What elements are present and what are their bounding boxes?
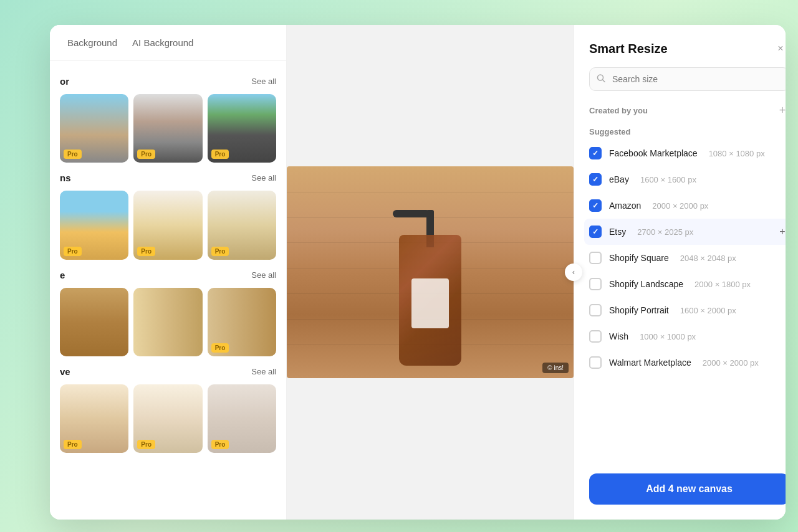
thumb-room3[interactable]: Pro xyxy=(208,384,276,453)
item-size-shopify-square: 2048 × 2048 px xyxy=(680,254,736,263)
item-name-walmart: Walmart Marketplace xyxy=(609,358,691,368)
svg-line-1 xyxy=(603,80,605,82)
section-patterns-header: ns See all xyxy=(60,173,276,183)
checkbox-etsy[interactable] xyxy=(589,226,602,238)
resize-item-ebay[interactable]: eBay 1600 × 1600 px xyxy=(589,166,786,192)
section-patterns-see-all[interactable]: See all xyxy=(251,173,276,183)
section-rooms-title: ve xyxy=(60,366,70,377)
resize-item-shopify-landscape[interactable]: Shopify Landscape 2000 × 1800 px xyxy=(589,271,786,297)
resize-item-wish[interactable]: Wish 1000 × 1000 px xyxy=(589,323,786,349)
bottle-body xyxy=(399,235,461,366)
bottle-pump-head xyxy=(393,210,430,217)
item-size-shopify-landscape: 2000 × 1800 px xyxy=(695,280,751,289)
pro-badge: Pro xyxy=(137,150,155,159)
item-name-shopify-landscape: Shopify Landscape xyxy=(609,279,683,289)
checkbox-shopify-landscape[interactable] xyxy=(589,278,602,290)
item-size-etsy: 2700 × 2025 px xyxy=(637,227,693,237)
resize-list: Facebook Marketplace 1080 × 1080 px eBay… xyxy=(574,140,786,463)
section-patterns-title: ns xyxy=(60,173,71,183)
close-button[interactable]: × xyxy=(772,40,786,57)
sidebar-tabs: Background AI Background xyxy=(50,25,286,61)
checkbox-shopify-portrait[interactable] xyxy=(589,304,602,316)
canvas-image: © ins! xyxy=(287,166,574,378)
thumb-paris[interactable]: Pro xyxy=(133,94,202,163)
item-name-facebook: Facebook Marketplace xyxy=(609,148,698,158)
resize-item-shopify-square[interactable]: Shopify Square 2048 × 2048 px xyxy=(589,245,786,271)
add-created-by-you-button[interactable]: + xyxy=(776,103,786,117)
pro-badge: Pro xyxy=(137,247,155,256)
search-icon xyxy=(597,74,605,85)
watermark: © ins! xyxy=(542,363,569,373)
item-size-ebay: 1600 × 1600 px xyxy=(640,175,696,184)
item-name-shopify-square: Shopify Square xyxy=(609,253,669,263)
item-size-walmart: 2000 × 2000 px xyxy=(703,358,759,368)
item-size-shopify-portrait: 1600 × 2000 px xyxy=(680,306,736,315)
item-size-amazon: 2000 × 2000 px xyxy=(652,201,708,211)
pro-badge: Pro xyxy=(64,150,82,159)
sidebar-content: or See all Pro Pro Pro ns See all xyxy=(50,61,286,520)
resize-item-facebook[interactable]: Facebook Marketplace 1080 × 1080 px xyxy=(589,140,786,166)
thumb-arch3[interactable]: Pro xyxy=(208,191,276,259)
app-window: Background AI Background or See all Pro … xyxy=(50,25,786,520)
pro-badge: Pro xyxy=(64,440,82,449)
section-textures-see-all[interactable]: See all xyxy=(251,270,276,280)
item-name-wish: Wish xyxy=(609,331,628,341)
pro-badge: Pro xyxy=(211,343,229,353)
collapse-button[interactable]: ‹ xyxy=(565,264,582,281)
pro-badge: Pro xyxy=(211,247,229,256)
thumb-wood2[interactable] xyxy=(133,288,202,356)
section-color-title: or xyxy=(60,76,69,87)
item-size-wish: 1000 × 1000 px xyxy=(640,332,696,341)
search-input[interactable] xyxy=(589,67,786,91)
resize-item-etsy[interactable]: Etsy 2700 × 2025 px + xyxy=(584,219,786,245)
checkbox-amazon[interactable] xyxy=(589,199,602,212)
image-grid-patterns: Pro Pro Pro xyxy=(60,191,276,259)
section-color-header: or See all xyxy=(60,76,276,87)
section-rooms-see-all[interactable]: See all xyxy=(251,367,276,376)
thumb-wood1[interactable] xyxy=(60,288,128,356)
image-grid-rooms: Pro Pro Pro xyxy=(60,384,276,453)
pro-badge: Pro xyxy=(211,150,229,159)
thumb-arch2[interactable]: Pro xyxy=(133,191,202,259)
add-canvas-button[interactable]: Add 4 new canvas xyxy=(589,473,786,505)
created-by-you-label: Created by you + xyxy=(574,101,786,122)
resize-item-amazon[interactable]: Amazon 2000 × 2000 px xyxy=(589,192,786,219)
pro-badge: Pro xyxy=(211,440,229,449)
item-size-facebook: 1080 × 1080 px xyxy=(709,149,765,158)
product-bottle xyxy=(390,210,471,366)
resize-item-walmart[interactable]: Walmart Marketplace 2000 × 2000 px xyxy=(589,349,786,376)
thumb-city[interactable]: Pro xyxy=(60,94,128,163)
panel-header: Smart Resize × xyxy=(574,25,786,67)
panel-title: Smart Resize xyxy=(589,42,668,56)
section-textures-title: e xyxy=(60,270,65,280)
checkbox-facebook[interactable] xyxy=(589,147,602,159)
thumb-wood3[interactable]: Pro xyxy=(208,288,276,356)
item-name-shopify-portrait: Shopify Portrait xyxy=(609,305,669,315)
tab-background[interactable]: Background xyxy=(60,25,125,60)
section-textures-header: e See all xyxy=(60,270,276,280)
resize-item-shopify-portrait[interactable]: Shopify Portrait 1600 × 2000 px xyxy=(589,297,786,323)
checkbox-wish[interactable] xyxy=(589,330,602,343)
sidebar: Background AI Background or See all Pro … xyxy=(50,25,287,520)
thumb-road[interactable]: Pro xyxy=(208,94,276,163)
panel-footer: Add 4 new canvas xyxy=(574,463,786,520)
checkbox-walmart[interactable] xyxy=(589,356,602,369)
item-name-ebay: eBay xyxy=(609,174,629,184)
etsy-add-button[interactable]: + xyxy=(776,225,786,239)
checkbox-ebay[interactable] xyxy=(589,173,602,186)
tab-ai-background[interactable]: AI Background xyxy=(125,25,201,60)
thumb-arch1[interactable]: Pro xyxy=(60,191,128,259)
item-name-amazon: Amazon xyxy=(609,201,641,211)
checkbox-shopify-square[interactable] xyxy=(589,252,602,264)
pro-badge: Pro xyxy=(137,440,155,449)
thumb-room2[interactable]: Pro xyxy=(133,384,202,453)
section-color-see-all[interactable]: See all xyxy=(251,77,276,86)
thumb-room1[interactable]: Pro xyxy=(60,384,128,453)
canvas-area: © ins! ‹ xyxy=(287,25,574,520)
image-grid-color: Pro Pro Pro xyxy=(60,94,276,163)
pro-badge: Pro xyxy=(64,247,82,256)
item-name-etsy: Etsy xyxy=(609,227,626,237)
smart-resize-panel: Smart Resize × Created by you + Suggeste… xyxy=(574,25,786,520)
image-grid-textures: Pro xyxy=(60,288,276,356)
search-box xyxy=(589,67,786,91)
